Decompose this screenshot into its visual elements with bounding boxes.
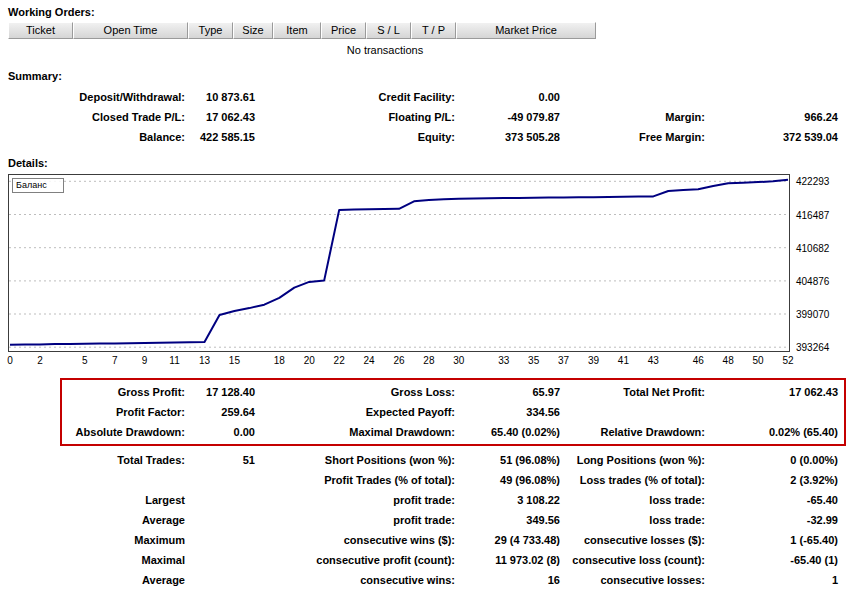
stat-value: 349.56	[455, 510, 560, 530]
x-axis-tick-label: 48	[723, 355, 734, 366]
stat-value	[185, 550, 255, 570]
x-axis-tick-label: 35	[528, 355, 539, 366]
stat-label: Total Trades:	[8, 450, 185, 470]
summary-value	[705, 87, 838, 107]
summary-row: Balance:422 585.15Equity:373 505.28Free …	[8, 127, 850, 147]
result-label: Gross Loss:	[255, 382, 455, 402]
stat-label: Average	[8, 510, 185, 530]
x-axis-tick-label: 18	[274, 355, 285, 366]
stat-label: Profit Trades (% of total):	[255, 470, 455, 490]
stat-label: Maximal	[8, 550, 185, 570]
stat-value: -32.99	[705, 510, 838, 530]
stat-row: Averageconsecutive wins:16consecutive lo…	[8, 570, 850, 590]
stat-label: Largest	[8, 490, 185, 510]
stat-label: Loss trades (% of total):	[560, 470, 705, 490]
result-value: 65.97	[455, 382, 560, 402]
y-axis-tick-label: 422293	[796, 176, 829, 187]
stat-value: 1 (-65.40)	[705, 530, 838, 550]
x-axis-tick-label: 9	[142, 355, 148, 366]
summary-row: Deposit/Withdrawal:10 873.61Credit Facil…	[8, 87, 850, 107]
stat-value: 51	[185, 450, 255, 470]
stat-row: Maximalconsecutive profit (count):11 973…	[8, 550, 850, 570]
summary-row: Closed Trade P/L:17 062.43Floating P/L:-…	[8, 107, 850, 127]
summary-label: Floating P/L:	[255, 107, 455, 127]
stat-label: Long Positions (won %):	[560, 450, 705, 470]
stat-value: 1	[705, 570, 838, 590]
chart-legend: Баланс	[12, 178, 64, 193]
stat-value	[185, 530, 255, 550]
result-value	[705, 402, 838, 422]
y-axis-tick-label: 416487	[796, 209, 829, 220]
stat-label: Maximum	[8, 530, 185, 550]
stat-value	[185, 510, 255, 530]
result-label: Absolute Drawdown:	[8, 422, 185, 442]
x-axis-tick-label: 2	[37, 355, 43, 366]
result-label: Maximal Drawdown:	[255, 422, 455, 442]
stat-label: Average	[8, 570, 185, 590]
stat-label: consecutive wins:	[255, 570, 455, 590]
summary-label: Credit Facility:	[255, 87, 455, 107]
y-axis-tick-label: 404876	[796, 275, 829, 286]
stat-label: consecutive losses ($):	[560, 530, 705, 550]
stat-value: -65.40 (1)	[705, 550, 838, 570]
stat-label: consecutive wins ($):	[255, 530, 455, 550]
summary-value: 17 062.43	[185, 107, 255, 127]
stat-value: 0 (0.00%)	[705, 450, 838, 470]
x-axis-tick-label: 13	[199, 355, 210, 366]
result-value: 0.00	[185, 422, 255, 442]
column-header-market-price: Market Price	[456, 22, 596, 39]
stat-value: 16	[455, 570, 560, 590]
y-axis-tick-label: 399070	[796, 309, 829, 320]
balance-chart: Баланс 422293416487410682404876399070393…	[8, 174, 850, 370]
result-row: Gross Profit:17 128.40Gross Loss:65.97To…	[8, 382, 850, 402]
working-orders-header: TicketOpen TimeTypeSizeItemPriceS / LT /…	[8, 22, 850, 39]
stat-row: Averageprofit trade:349.56loss trade:-32…	[8, 510, 850, 530]
summary-value: 10 873.61	[185, 87, 255, 107]
key-results-block: Gross Profit:17 128.40Gross Loss:65.97To…	[0, 378, 850, 446]
stat-value	[185, 470, 255, 490]
account-statement: Working Orders: TicketOpen TimeTypeSizeI…	[0, 0, 850, 595]
stat-value: 51 (96.08%)	[455, 450, 560, 470]
result-value: 65.40 (0.02%)	[455, 422, 560, 442]
column-header-t-p: T / P	[411, 22, 456, 39]
stat-label: consecutive loss (count):	[560, 550, 705, 570]
summary-label: Deposit/Withdrawal:	[8, 87, 185, 107]
summary-value: 372 539.04	[705, 127, 838, 147]
stat-row: Largestprofit trade:3 108.22loss trade:-…	[8, 490, 850, 510]
x-axis-tick-label: 26	[393, 355, 404, 366]
column-header-item: Item	[273, 22, 321, 39]
summary-label: Closed Trade P/L:	[8, 107, 185, 127]
stat-label: profit trade:	[255, 510, 455, 530]
stat-label: consecutive profit (count):	[255, 550, 455, 570]
summary-value: 422 585.15	[185, 127, 255, 147]
result-row: Profit Factor:259.64Expected Payoff:334.…	[8, 402, 850, 422]
stat-row: Maximumconsecutive wins ($):29 (4 733.48…	[8, 530, 850, 550]
stat-label	[8, 470, 185, 490]
column-header-price: Price	[321, 22, 366, 39]
x-axis-tick-label: 37	[558, 355, 569, 366]
result-value: 17 128.40	[185, 382, 255, 402]
stat-value: 3 108.22	[455, 490, 560, 510]
x-axis-tick-label: 5	[82, 355, 88, 366]
details-title: Details:	[8, 157, 850, 169]
stat-label: Short Positions (won %):	[255, 450, 455, 470]
y-axis-tick-label: 410682	[796, 242, 829, 253]
x-axis-tick-label: 11	[169, 355, 179, 366]
summary-title: Summary:	[8, 70, 850, 82]
chart-plot-area: Баланс	[8, 174, 790, 352]
x-axis-tick-label: 28	[423, 355, 434, 366]
stat-label: consecutive losses:	[560, 570, 705, 590]
result-label: Profit Factor:	[8, 402, 185, 422]
x-axis-tick-label: 15	[229, 355, 240, 366]
summary-label	[560, 87, 705, 107]
result-row: Absolute Drawdown:0.00Maximal Drawdown:6…	[8, 422, 850, 442]
result-value: 259.64	[185, 402, 255, 422]
working-orders-title: Working Orders:	[8, 6, 850, 18]
stat-row: Total Trades:51Short Positions (won %):5…	[8, 450, 850, 470]
result-label: Expected Payoff:	[255, 402, 455, 422]
result-value: 334.56	[455, 402, 560, 422]
summary-label: Balance:	[8, 127, 185, 147]
stat-label: loss trade:	[560, 490, 705, 510]
summary-label: Equity:	[255, 127, 455, 147]
result-value: 0.02% (65.40)	[705, 422, 838, 442]
